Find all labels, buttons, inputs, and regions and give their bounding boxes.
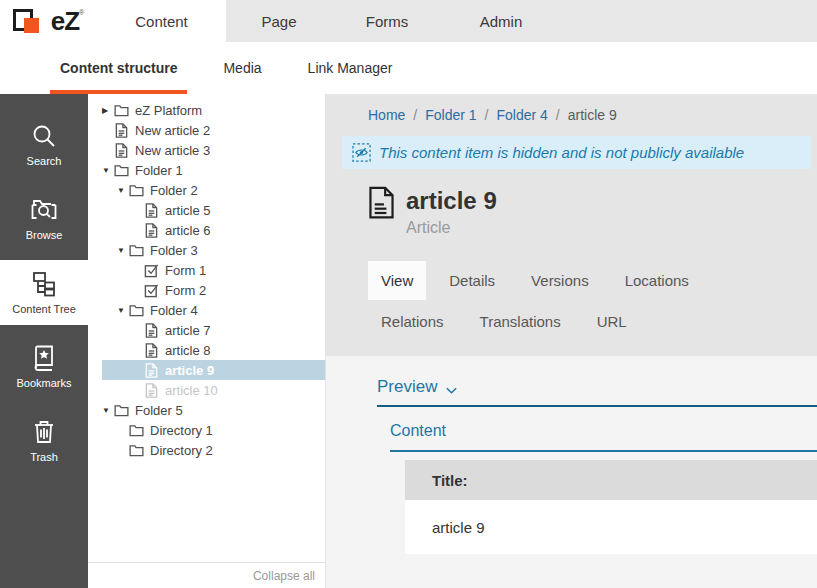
tree-item[interactable]: article 10 bbox=[102, 380, 325, 400]
folder-icon bbox=[114, 403, 129, 418]
left-sidebar: SearchBrowseContent TreeBookmarksTrash bbox=[0, 94, 88, 588]
folder-icon bbox=[129, 243, 144, 258]
hidden-content-notice: This content item is hidden and is not p… bbox=[342, 136, 811, 169]
main-nav-tab-page[interactable]: Page bbox=[226, 0, 332, 42]
sidebar-item-trash[interactable]: Trash bbox=[0, 408, 88, 473]
sub-nav: Content structureMediaLink Manager bbox=[0, 42, 817, 94]
tree-item[interactable]: New article 2 bbox=[102, 120, 325, 140]
caret-down-icon[interactable]: ▼ bbox=[117, 306, 129, 315]
tab-translations[interactable]: Translations bbox=[467, 302, 574, 341]
main-nav-tab-content[interactable]: Content bbox=[97, 0, 226, 42]
sidebar-item-label: Content Tree bbox=[12, 303, 76, 315]
content-fields-section: Content Title:article 9 bbox=[390, 422, 817, 554]
folder-icon bbox=[129, 443, 144, 458]
tree-item-label: Folder 3 bbox=[150, 243, 198, 258]
top-header: eZ ® ContentPageFormsAdmin bbox=[0, 0, 817, 42]
tree-item[interactable]: article 7 bbox=[102, 320, 325, 340]
breadcrumb-item[interactable]: Home bbox=[368, 107, 405, 123]
tree-item-label: Directory 2 bbox=[150, 443, 213, 458]
tab-url[interactable]: URL bbox=[584, 302, 640, 341]
page-title: article 9 bbox=[406, 186, 497, 216]
breadcrumb-item[interactable]: Folder 4 bbox=[497, 107, 548, 123]
tree-item[interactable]: article 5 bbox=[102, 200, 325, 220]
main-nav: ContentPageFormsAdmin bbox=[97, 0, 817, 42]
caret-down-icon[interactable]: ▼ bbox=[117, 186, 129, 195]
bookmarks-icon bbox=[30, 344, 58, 372]
subnav-item-media[interactable]: Media bbox=[213, 42, 271, 94]
notice-text: This content item is hidden and is not p… bbox=[379, 144, 744, 161]
tree-item-label: article 5 bbox=[165, 203, 211, 218]
tab-versions[interactable]: Versions bbox=[518, 261, 602, 300]
folder-icon bbox=[129, 303, 144, 318]
content-tree-panel: ▶eZ PlatformNew article 2New article 3▼F… bbox=[88, 94, 326, 588]
article-icon bbox=[144, 223, 159, 238]
tree-item[interactable]: ▼Folder 5 bbox=[102, 400, 325, 420]
sidebar-item-search[interactable]: Search bbox=[0, 112, 88, 177]
article-icon bbox=[368, 186, 395, 218]
folder-icon bbox=[114, 163, 129, 178]
preview-section-toggle[interactable]: Preview bbox=[377, 377, 817, 407]
caret-down-icon[interactable]: ▼ bbox=[117, 246, 129, 255]
tree-item-label: New article 2 bbox=[135, 123, 210, 138]
tree-item[interactable]: ▶eZ Platform bbox=[102, 100, 325, 120]
tree-item[interactable]: ▼Folder 3 bbox=[102, 240, 325, 260]
folder-icon bbox=[114, 103, 129, 118]
sidebar-item-bookmarks[interactable]: Bookmarks bbox=[0, 334, 88, 399]
sidebar-item-browse[interactable]: Browse bbox=[0, 186, 88, 251]
tree-item[interactable]: Form 2 bbox=[102, 280, 325, 300]
subnav-item-content-structure[interactable]: Content structure bbox=[50, 42, 187, 94]
collapse-all-button[interactable]: Collapse all bbox=[88, 562, 325, 588]
breadcrumb-item[interactable]: Folder 1 bbox=[425, 107, 476, 123]
sidebar-item-label: Bookmarks bbox=[16, 377, 71, 389]
tree-item-label: Folder 1 bbox=[135, 163, 183, 178]
tree-item-label: Form 1 bbox=[165, 263, 206, 278]
tree-item[interactable]: Form 1 bbox=[102, 260, 325, 280]
tree-item[interactable]: article 6 bbox=[102, 220, 325, 240]
tree-item-label: Folder 2 bbox=[150, 183, 198, 198]
tree-item[interactable]: article 9 bbox=[102, 360, 325, 380]
content-section-label: Content bbox=[390, 422, 817, 452]
tree-item[interactable]: article 8 bbox=[102, 340, 325, 360]
tree-item-label: article 10 bbox=[165, 383, 218, 398]
tree-item-label: article 6 bbox=[165, 223, 211, 238]
sidebar-item-label: Search bbox=[27, 155, 62, 167]
caret-down-icon[interactable]: ▼ bbox=[102, 406, 114, 415]
subnav-item-link-manager[interactable]: Link Manager bbox=[298, 42, 403, 94]
tree-item[interactable]: ▼Folder 1 bbox=[102, 160, 325, 180]
content-tree: ▶eZ PlatformNew article 2New article 3▼F… bbox=[88, 100, 325, 460]
tab-relations[interactable]: Relations bbox=[368, 302, 457, 341]
browse-icon bbox=[30, 196, 58, 224]
content-tree-icon bbox=[30, 270, 58, 298]
ez-logo[interactable]: eZ ® bbox=[0, 0, 97, 42]
tree-item-label: Folder 4 bbox=[150, 303, 198, 318]
tree-item[interactable]: Directory 1 bbox=[102, 420, 325, 440]
ez-logo-text: eZ bbox=[51, 7, 79, 35]
tree-item[interactable]: ▼Folder 2 bbox=[102, 180, 325, 200]
tab-view[interactable]: View bbox=[368, 261, 426, 300]
tab-details[interactable]: Details bbox=[436, 261, 508, 300]
article-icon bbox=[144, 323, 159, 338]
sidebar-item-label: Browse bbox=[26, 229, 63, 241]
view-tab-body: Preview Content Title:article 9 bbox=[326, 356, 817, 588]
content-type-label: Article bbox=[406, 219, 497, 237]
form-icon bbox=[144, 283, 159, 298]
form-icon bbox=[144, 263, 159, 278]
tree-item[interactable]: Directory 2 bbox=[102, 440, 325, 460]
tab-locations[interactable]: Locations bbox=[612, 261, 702, 300]
tree-item-label: Folder 5 bbox=[135, 403, 183, 418]
hidden-eye-icon bbox=[352, 143, 371, 162]
caret-down-icon[interactable]: ▼ bbox=[102, 166, 114, 175]
main-nav-tab-forms[interactable]: Forms bbox=[332, 0, 442, 42]
caret-right-icon[interactable]: ▶ bbox=[102, 106, 114, 115]
collapse-all-label: Collapse all bbox=[253, 569, 315, 583]
breadcrumb-separator: / bbox=[485, 107, 489, 123]
breadcrumb-item: article 9 bbox=[568, 107, 617, 123]
folder-icon bbox=[129, 423, 144, 438]
tree-item[interactable]: New article 3 bbox=[102, 140, 325, 160]
tree-item-label: eZ Platform bbox=[135, 103, 202, 118]
tree-item[interactable]: ▼Folder 4 bbox=[102, 300, 325, 320]
sidebar-item-content-tree[interactable]: Content Tree bbox=[0, 260, 88, 325]
trademark-symbol: ® bbox=[79, 9, 84, 16]
content-tabs: ViewDetailsVersionsLocationsRelationsTra… bbox=[368, 261, 787, 341]
main-nav-tab-admin[interactable]: Admin bbox=[442, 0, 560, 42]
